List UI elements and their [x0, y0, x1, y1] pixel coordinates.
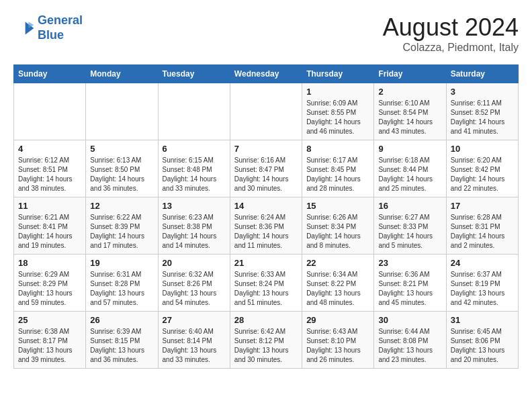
week-row-5: 25Sunrise: 6:38 AM Sunset: 8:17 PM Dayli…	[14, 312, 519, 369]
day-info: Sunrise: 6:37 AM Sunset: 8:19 PM Dayligh…	[451, 270, 514, 308]
day-number: 24	[451, 258, 514, 268]
calendar-cell: 17Sunrise: 6:28 AM Sunset: 8:31 PM Dayli…	[446, 197, 518, 255]
day-info: Sunrise: 6:39 AM Sunset: 8:15 PM Dayligh…	[90, 327, 153, 365]
calendar-cell: 22Sunrise: 6:34 AM Sunset: 8:22 PM Dayli…	[302, 255, 374, 312]
calendar-cell	[14, 83, 86, 140]
calendar-cell: 8Sunrise: 6:17 AM Sunset: 8:45 PM Daylig…	[302, 140, 374, 197]
calendar-cell	[158, 83, 230, 140]
day-number: 18	[18, 258, 81, 268]
day-number: 9	[378, 144, 441, 154]
day-info: Sunrise: 6:43 AM Sunset: 8:10 PM Dayligh…	[306, 327, 369, 365]
day-info: Sunrise: 6:27 AM Sunset: 8:33 PM Dayligh…	[378, 213, 441, 250]
calendar-cell: 29Sunrise: 6:43 AM Sunset: 8:10 PM Dayli…	[302, 312, 374, 369]
week-row-3: 11Sunrise: 6:21 AM Sunset: 8:41 PM Dayli…	[14, 197, 519, 255]
day-info: Sunrise: 6:12 AM Sunset: 8:51 PM Dayligh…	[18, 156, 81, 193]
day-info: Sunrise: 6:33 AM Sunset: 8:24 PM Dayligh…	[234, 270, 298, 308]
calendar-cell: 16Sunrise: 6:27 AM Sunset: 8:33 PM Dayli…	[374, 197, 446, 255]
day-number: 15	[306, 201, 369, 211]
calendar-cell: 19Sunrise: 6:31 AM Sunset: 8:28 PM Dayli…	[86, 255, 158, 312]
col-sunday: Sunday	[14, 65, 86, 83]
col-thursday: Thursday	[302, 65, 374, 83]
day-info: Sunrise: 6:09 AM Sunset: 8:55 PM Dayligh…	[306, 99, 369, 136]
col-tuesday: Tuesday	[158, 65, 230, 83]
calendar-cell: 23Sunrise: 6:36 AM Sunset: 8:21 PM Dayli…	[374, 255, 446, 312]
day-info: Sunrise: 6:42 AM Sunset: 8:12 PM Dayligh…	[234, 327, 298, 365]
calendar-table: Sunday Monday Tuesday Wednesday Thursday…	[13, 64, 519, 369]
day-number: 27	[163, 315, 226, 325]
day-number: 6	[163, 144, 226, 154]
day-number: 26	[90, 315, 153, 325]
calendar-cell: 18Sunrise: 6:29 AM Sunset: 8:29 PM Dayli…	[14, 255, 86, 312]
logo: General Blue	[13, 13, 83, 42]
calendar-cell: 2Sunrise: 6:10 AM Sunset: 8:54 PM Daylig…	[374, 83, 446, 140]
day-number: 5	[90, 144, 153, 154]
day-info: Sunrise: 6:15 AM Sunset: 8:48 PM Dayligh…	[163, 156, 226, 193]
day-info: Sunrise: 6:40 AM Sunset: 8:14 PM Dayligh…	[163, 327, 226, 365]
day-info: Sunrise: 6:44 AM Sunset: 8:08 PM Dayligh…	[378, 327, 441, 365]
day-number: 16	[378, 201, 441, 211]
day-info: Sunrise: 6:20 AM Sunset: 8:42 PM Dayligh…	[451, 156, 514, 193]
day-info: Sunrise: 6:18 AM Sunset: 8:44 PM Dayligh…	[378, 156, 441, 193]
logo-icon	[13, 17, 35, 39]
day-number: 20	[163, 258, 226, 268]
calendar-header: Sunday Monday Tuesday Wednesday Thursday…	[14, 65, 519, 83]
calendar-cell: 11Sunrise: 6:21 AM Sunset: 8:41 PM Dayli…	[14, 197, 86, 255]
day-info: Sunrise: 6:11 AM Sunset: 8:52 PM Dayligh…	[451, 99, 514, 136]
day-info: Sunrise: 6:24 AM Sunset: 8:36 PM Dayligh…	[234, 213, 298, 250]
day-info: Sunrise: 6:23 AM Sunset: 8:38 PM Dayligh…	[163, 213, 226, 250]
calendar-cell: 20Sunrise: 6:32 AM Sunset: 8:26 PM Dayli…	[158, 255, 230, 312]
day-number: 12	[90, 201, 153, 211]
day-info: Sunrise: 6:10 AM Sunset: 8:54 PM Dayligh…	[378, 99, 441, 136]
calendar-cell: 25Sunrise: 6:38 AM Sunset: 8:17 PM Dayli…	[14, 312, 86, 369]
day-number: 13	[163, 201, 226, 211]
calendar-cell: 13Sunrise: 6:23 AM Sunset: 8:38 PM Dayli…	[158, 197, 230, 255]
day-info: Sunrise: 6:31 AM Sunset: 8:28 PM Dayligh…	[90, 270, 153, 308]
day-info: Sunrise: 6:38 AM Sunset: 8:17 PM Dayligh…	[18, 327, 81, 365]
day-number: 21	[234, 258, 298, 268]
day-number: 29	[306, 315, 369, 325]
day-number: 30	[378, 315, 441, 325]
day-number: 19	[90, 258, 153, 268]
day-info: Sunrise: 6:13 AM Sunset: 8:50 PM Dayligh…	[90, 156, 153, 193]
calendar-cell: 31Sunrise: 6:45 AM Sunset: 8:06 PM Dayli…	[446, 312, 518, 369]
header-row: Sunday Monday Tuesday Wednesday Thursday…	[14, 65, 519, 83]
calendar-cell: 4Sunrise: 6:12 AM Sunset: 8:51 PM Daylig…	[14, 140, 86, 197]
day-number: 28	[234, 315, 298, 325]
calendar-cell: 30Sunrise: 6:44 AM Sunset: 8:08 PM Dayli…	[374, 312, 446, 369]
col-monday: Monday	[86, 65, 158, 83]
day-info: Sunrise: 6:28 AM Sunset: 8:31 PM Dayligh…	[451, 213, 514, 250]
calendar-cell: 1Sunrise: 6:09 AM Sunset: 8:55 PM Daylig…	[302, 83, 374, 140]
calendar-cell: 27Sunrise: 6:40 AM Sunset: 8:14 PM Dayli…	[158, 312, 230, 369]
day-info: Sunrise: 6:36 AM Sunset: 8:21 PM Dayligh…	[378, 270, 441, 308]
col-wednesday: Wednesday	[230, 65, 302, 83]
day-number: 7	[234, 144, 298, 154]
day-number: 31	[451, 315, 514, 325]
calendar-cell	[230, 83, 302, 140]
calendar-cell	[86, 83, 158, 140]
day-number: 2	[378, 87, 441, 97]
calendar-cell: 7Sunrise: 6:16 AM Sunset: 8:47 PM Daylig…	[230, 140, 302, 197]
calendar-cell: 26Sunrise: 6:39 AM Sunset: 8:15 PM Dayli…	[86, 312, 158, 369]
calendar-cell: 15Sunrise: 6:26 AM Sunset: 8:34 PM Dayli…	[302, 197, 374, 255]
calendar-cell: 12Sunrise: 6:22 AM Sunset: 8:39 PM Dayli…	[86, 197, 158, 255]
day-number: 11	[18, 201, 81, 211]
day-info: Sunrise: 6:34 AM Sunset: 8:22 PM Dayligh…	[306, 270, 369, 308]
day-info: Sunrise: 6:22 AM Sunset: 8:39 PM Dayligh…	[90, 213, 153, 250]
day-info: Sunrise: 6:29 AM Sunset: 8:29 PM Dayligh…	[18, 270, 81, 308]
calendar-cell: 5Sunrise: 6:13 AM Sunset: 8:50 PM Daylig…	[86, 140, 158, 197]
day-info: Sunrise: 6:17 AM Sunset: 8:45 PM Dayligh…	[306, 156, 369, 193]
calendar-cell: 24Sunrise: 6:37 AM Sunset: 8:19 PM Dayli…	[446, 255, 518, 312]
day-info: Sunrise: 6:32 AM Sunset: 8:26 PM Dayligh…	[163, 270, 226, 308]
calendar-cell: 9Sunrise: 6:18 AM Sunset: 8:44 PM Daylig…	[374, 140, 446, 197]
day-number: 23	[378, 258, 441, 268]
week-row-1: 1Sunrise: 6:09 AM Sunset: 8:55 PM Daylig…	[14, 83, 519, 140]
day-number: 10	[451, 144, 514, 154]
col-saturday: Saturday	[446, 65, 518, 83]
day-number: 4	[18, 144, 81, 154]
day-info: Sunrise: 6:45 AM Sunset: 8:06 PM Dayligh…	[451, 327, 514, 365]
location-subtitle: Colazza, Piedmont, Italy	[383, 42, 519, 54]
day-number: 3	[451, 87, 514, 97]
day-info: Sunrise: 6:21 AM Sunset: 8:41 PM Dayligh…	[18, 213, 81, 250]
calendar-cell: 28Sunrise: 6:42 AM Sunset: 8:12 PM Dayli…	[230, 312, 302, 369]
calendar-cell: 3Sunrise: 6:11 AM Sunset: 8:52 PM Daylig…	[446, 83, 518, 140]
